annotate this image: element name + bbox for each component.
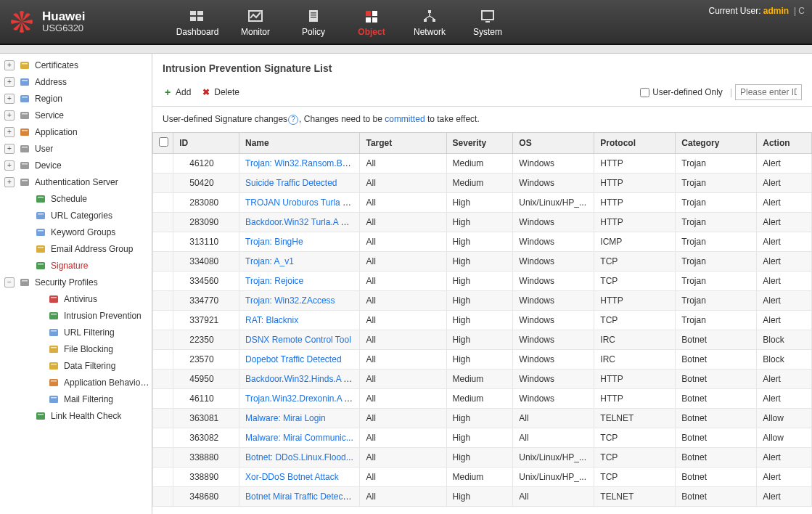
signature-name-link[interactable]: TROJAN Uroburos Turla C... (245, 197, 356, 208)
user-defined-only-input[interactable] (640, 88, 649, 97)
table-row[interactable]: 337921RAT: BlacknixAllHighWindowsTCPTroj… (153, 310, 812, 330)
col-header[interactable]: Action (757, 133, 812, 154)
delete-button[interactable]: ✖ Delete (201, 87, 239, 97)
current-user-label: Current User: (708, 6, 760, 16)
sidebar-item-schedule[interactable]: Schedule (0, 190, 152, 207)
col-header[interactable] (153, 133, 173, 154)
col-header[interactable]: ID (173, 133, 239, 154)
table-row[interactable]: 46120Trojan: Win32.Ransom.BOVAllMediumWi… (153, 153, 812, 173)
table-row[interactable]: 45950Backdoor.Win32.Hinds.A T...AllMediu… (153, 369, 812, 388)
signature-name-link[interactable]: Backdoor.Win32 Turla.A C... (245, 217, 354, 227)
toggle-icon[interactable]: + (4, 144, 15, 154)
toggle-icon[interactable]: + (4, 77, 15, 87)
signature-name-link[interactable]: Backdoor.Win32.Hinds.A T... (245, 374, 355, 384)
signature-name-link[interactable]: DSNX Remote Control Tool (245, 335, 351, 345)
signature-name-link[interactable]: Malware: Mirai Communic... (245, 433, 353, 443)
signature-name-link[interactable]: Trojan.Win32.Drexonin.A T... (245, 393, 356, 404)
sidebar-item-data-filtering[interactable]: Data Filtering (0, 357, 152, 374)
svg-rect-25 (20, 95, 29, 102)
nav-monitor[interactable]: Monitor (226, 2, 284, 41)
signature-name-link[interactable]: Trojan: Rejoice (245, 276, 303, 286)
toggle-icon[interactable]: + (4, 60, 15, 70)
signature-name-link[interactable]: RAT: Blacknix (245, 315, 298, 325)
signature-name-link[interactable]: Suicide Traffic Detected (245, 178, 337, 188)
signature-name-link[interactable]: Trojan: Win32.Ransom.BOV (245, 158, 355, 168)
toggle-icon[interactable]: + (4, 110, 15, 121)
user-defined-only-checkbox[interactable]: User-defined Only (640, 87, 723, 97)
sidebar-item-user[interactable]: +User (0, 140, 152, 157)
sidebar-item-keyword-groups[interactable]: Keyword Groups (0, 224, 152, 240)
sidebar-item-url-filtering[interactable]: URL Filtering (0, 324, 152, 340)
table-row[interactable]: 313110Trojan: BingHeAllHighWindowsICMPTr… (153, 232, 812, 251)
sidebar-item-intrusion-prevention[interactable]: Intrusion Prevention (0, 307, 152, 324)
nav-dashboard[interactable]: Dashboard (168, 2, 226, 41)
cell-id: 334560 (173, 271, 239, 290)
sidebar-item-email-address-group[interactable]: Email Address Group (0, 240, 152, 257)
table-row[interactable]: 22350DSNX Remote Control ToolAllHighWind… (153, 330, 812, 349)
svg-rect-7 (311, 15, 316, 16)
table-row[interactable]: 23570Dopebot Traffic DetectedAllHighWind… (153, 349, 812, 369)
col-header[interactable]: Category (676, 133, 757, 154)
nav-system[interactable]: System (459, 2, 517, 41)
sidebar-item-antivirus[interactable]: Antivirus (0, 290, 152, 307)
toggle-icon[interactable]: + (4, 94, 15, 104)
signature-name-link[interactable]: Trojan: BingHe (245, 237, 303, 247)
sidebar-item-authentication-server[interactable]: +Authentication Server (0, 174, 152, 190)
sidebar-item-address[interactable]: +Address (0, 73, 152, 90)
col-header[interactable]: Severity (446, 133, 513, 154)
cell-action: Alert (757, 310, 812, 330)
nav-network[interactable]: Network (401, 2, 459, 41)
signature-name-link[interactable]: Xor-DDoS Botnet Attack (245, 472, 339, 482)
help-icon[interactable]: ? (288, 115, 298, 125)
table-row[interactable]: 338880Botnet: DDoS.Linux.Flood...AllHigh… (153, 447, 812, 467)
sidebar-item-link-health-check[interactable]: Link Health Check (0, 407, 152, 424)
table-row[interactable]: 283080TROJAN Uroburos Turla C...AllHighU… (153, 192, 812, 212)
sidebar-item-application[interactable]: +Application (0, 123, 152, 140)
table-row[interactable]: 50420Suicide Traffic DetectedAllMediumWi… (153, 173, 812, 192)
sidebar-item-signature[interactable]: Signature (0, 257, 152, 274)
search-input[interactable] (735, 84, 802, 100)
toggle-icon[interactable]: − (4, 277, 15, 287)
add-button[interactable]: + Add (163, 87, 191, 97)
signature-name-link[interactable]: Trojan: A_v1 (245, 256, 294, 266)
signature-name-link[interactable]: Malware: Mirai Login (245, 413, 326, 423)
cell-target: All (360, 428, 446, 447)
table-row[interactable]: 46110Trojan.Win32.Drexonin.A T...AllMedi… (153, 388, 812, 408)
nav-object[interactable]: Object (343, 2, 401, 41)
sidebar-item-region[interactable]: +Region (0, 90, 152, 107)
sidebar-item-device[interactable]: +Device (0, 157, 152, 174)
cell-category: Trojan (676, 271, 757, 290)
col-header[interactable]: Target (360, 133, 446, 154)
sidebar-item-application-behavior-c[interactable]: Application Behavior C (0, 374, 152, 391)
col-header[interactable]: Name (239, 133, 360, 154)
sidebar-item-certificates[interactable]: +Certificates (0, 57, 152, 73)
signature-name-link[interactable]: Botnet Mirai Traffic Detected (245, 491, 355, 502)
table-row[interactable]: 334560Trojan: RejoiceAllHighWindowsTCPTr… (153, 271, 812, 290)
table-row[interactable]: 363081Malware: Mirai LoginAllHighAllTELN… (153, 408, 812, 428)
col-header[interactable]: Protocol (594, 133, 676, 154)
toggle-icon[interactable]: + (4, 127, 15, 137)
sidebar-item-url-categories[interactable]: URL Categories (0, 207, 152, 224)
toggle-icon[interactable]: + (4, 177, 15, 187)
select-all-checkbox[interactable] (159, 137, 168, 147)
signature-name-link[interactable]: Trojan: Win32.ZAccess (245, 295, 335, 306)
cell-id: 348680 (173, 486, 239, 506)
signature-name-link[interactable]: Dopebot Traffic Detected (245, 354, 342, 364)
table-row[interactable]: 334770Trojan: Win32.ZAccessAllHighWindow… (153, 290, 812, 310)
toggle-icon[interactable]: + (4, 160, 15, 171)
table-row[interactable]: 283090Backdoor.Win32 Turla.A C...AllHigh… (153, 212, 812, 232)
sidebar-item-mail-filtering[interactable]: Mail Filtering (0, 391, 152, 407)
nav-policy[interactable]: Policy (284, 2, 343, 41)
sidebar-item-security-profiles[interactable]: −Security Profiles (0, 274, 152, 290)
signature-name-link[interactable]: Botnet: DDoS.Linux.Flood... (245, 452, 353, 462)
table-row[interactable]: 363082Malware: Mirai Communic...AllHighA… (153, 428, 812, 447)
commit-link[interactable]: committed (385, 114, 425, 124)
table-row[interactable]: 334080Trojan: A_v1AllHighWindowsTCPTroja… (153, 251, 812, 271)
table-row[interactable]: 348680Botnet Mirai Traffic DetectedAllHi… (153, 486, 812, 506)
col-header[interactable]: OS (513, 133, 594, 154)
table-row[interactable]: 338890Xor-DDoS Botnet AttackAllMediumUni… (153, 467, 812, 486)
svg-rect-60 (51, 380, 57, 382)
sidebar-item-file-blocking[interactable]: File Blocking (0, 340, 152, 357)
sidebar-item-service[interactable]: +Service (0, 107, 152, 123)
sidebar-icon (35, 227, 46, 238)
